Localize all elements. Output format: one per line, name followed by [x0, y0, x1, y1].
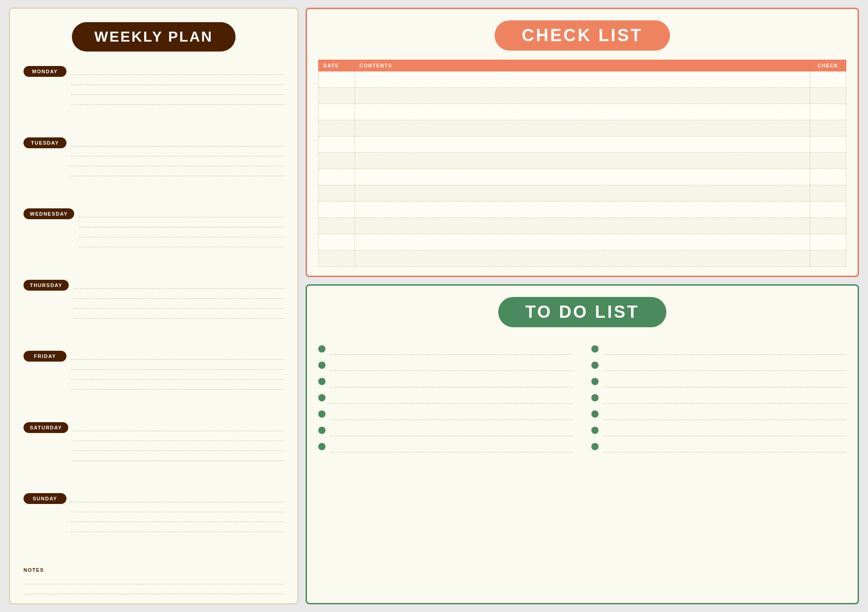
todo-line-container: [603, 404, 846, 420]
todo-item: [591, 387, 846, 404]
checklist-row: [319, 250, 846, 267]
checklist-check-cell: [810, 137, 846, 153]
checklist-check-cell: [810, 185, 846, 202]
todo-dashed-line: [330, 392, 573, 404]
todo-bullet: [591, 378, 599, 385]
line: [71, 350, 284, 360]
todo-line-container: [603, 420, 846, 436]
todo-line-container: [330, 355, 573, 371]
line: [71, 95, 284, 105]
todo-bullet: [591, 443, 599, 450]
todo-dashed-line: [330, 359, 573, 371]
checklist-title: CHECK LIST: [495, 20, 670, 51]
todo-bullet: [591, 345, 599, 353]
todo-dashed-line: [603, 392, 846, 404]
line: [73, 451, 284, 461]
todo-bullet: [318, 378, 326, 385]
checklist-contents-cell: [355, 153, 810, 169]
todo-line-container: [330, 339, 573, 355]
line: [71, 166, 284, 176]
checklist-row: [319, 88, 846, 104]
tuesday-label: TUESDAY: [24, 137, 66, 148]
checklist-contents-cell: [355, 202, 810, 218]
checklist-check-cell: [810, 104, 846, 120]
notes-label: NOTES: [24, 567, 284, 573]
checklist-check-cell: [810, 71, 846, 88]
line: [71, 65, 284, 75]
line: [73, 299, 284, 309]
checklist-col-date: DATE: [319, 60, 355, 71]
checklist-check-cell: [810, 202, 846, 218]
checklist-date-cell: [319, 169, 355, 185]
checklist-contents-cell: [355, 120, 810, 137]
todo-item: [591, 371, 846, 387]
line: [71, 75, 284, 85]
line: [79, 217, 284, 227]
line: [71, 360, 284, 370]
todo-item: [591, 339, 846, 355]
checklist-contents-cell: [355, 104, 810, 120]
checklist-check-cell: [810, 88, 846, 104]
checklist-date-cell: [319, 234, 355, 250]
checklist-check-cell: [810, 169, 846, 185]
todo-dashed-line: [330, 441, 573, 452]
todo-bullet: [318, 410, 326, 418]
checklist-date-cell: [319, 88, 355, 104]
todo-bullet: [318, 345, 326, 353]
line: [79, 227, 284, 237]
sunday-section: SUNDAY: [24, 492, 284, 564]
line: [73, 431, 284, 441]
sunday-label: SUNDAY: [24, 493, 66, 504]
todo-column-right: [591, 339, 846, 452]
todo-line-container: [603, 355, 846, 371]
line: [71, 85, 284, 95]
line: [73, 421, 284, 431]
checklist-row: [319, 120, 846, 137]
weekly-plan-title: WEEKLY PLAN: [72, 22, 236, 52]
todo-bullet: [318, 362, 326, 369]
tuesday-lines: [71, 137, 284, 176]
checklist-panel: CHECK LIST DATE CONTENTS CHECK: [306, 8, 859, 277]
saturday-section: SATURDAY: [24, 421, 284, 493]
todo-line-container: [603, 339, 846, 355]
todo-item: [318, 355, 573, 371]
checklist-row: [319, 234, 846, 250]
todo-bullet: [591, 410, 599, 418]
line: [71, 380, 284, 390]
todo-item: [591, 420, 846, 436]
checklist-row: [319, 169, 846, 185]
todo-dashed-line: [603, 424, 846, 436]
checklist-header-row: DATE CONTENTS CHECK: [319, 60, 846, 71]
todo-line-container: [330, 420, 573, 436]
checklist-contents-cell: [355, 71, 810, 88]
checklist-contents-cell: [355, 88, 810, 104]
thursday-section: THURSDAY: [24, 279, 284, 350]
todo-column-left: [318, 339, 573, 452]
checklist-date-cell: [319, 202, 355, 218]
todo-columns: [318, 339, 846, 452]
todo-item: [318, 339, 573, 355]
checklist-contents-cell: [355, 250, 810, 267]
todo-line-container: [603, 387, 846, 404]
line: [73, 441, 284, 451]
todo-bullet: [591, 362, 599, 369]
checklist-contents-cell: [355, 169, 810, 185]
todo-bullet: [591, 394, 599, 401]
checklist-row: [319, 104, 846, 120]
line: [71, 502, 284, 512]
checklist-contents-cell: [355, 234, 810, 250]
line: [71, 137, 284, 146]
monday-label: MONDAY: [24, 66, 66, 77]
todo-dashed-line: [603, 441, 846, 452]
page-container: WEEKLY PLAN MONDAY TUESDAY WEDNESDAY: [9, 8, 859, 604]
todo-bullet: [591, 427, 599, 434]
saturday-lines: [73, 421, 284, 461]
checklist-date-cell: [319, 218, 355, 234]
checklist-row: [319, 153, 846, 169]
notes-line: [24, 574, 284, 584]
wednesday-section: WEDNESDAY: [24, 207, 284, 279]
saturday-label: SATURDAY: [24, 422, 68, 433]
checklist-check-cell: [810, 218, 846, 234]
todo-item: [318, 404, 573, 420]
checklist-table: DATE CONTENTS CHECK: [318, 60, 846, 267]
